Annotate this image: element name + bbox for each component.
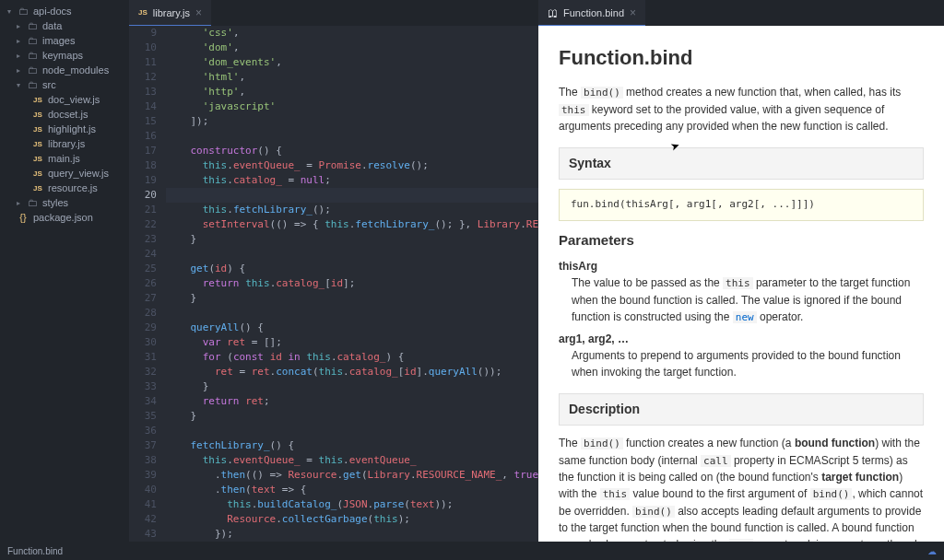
tree-file-doc_view-js[interactable]: JSdoc_view.js xyxy=(0,92,129,107)
tree-file-label: highlight.js xyxy=(48,123,96,134)
param-args-name: arg1, arg2, … xyxy=(559,331,924,347)
code-content[interactable]: 'css', 'dom', 'dom_events', 'html', 'htt… xyxy=(166,26,538,542)
chevron-down-icon: ▾ xyxy=(17,81,26,89)
doc-pane: 🕮 Function.bind × Function.bind The bind… xyxy=(538,0,944,542)
tree-folder-node_modules[interactable]: ▸🗀node_modules xyxy=(0,63,129,77)
syntax-box: fun.bind(thisArg[, arg1[, arg2[, ...]]]) xyxy=(559,189,924,221)
tree-file-label: doc_view.js xyxy=(48,94,100,105)
tree-file-label: query_view.js xyxy=(48,168,109,179)
status-left: Function.bind xyxy=(7,546,63,556)
folder-icon: 🗀 xyxy=(26,20,39,31)
chevron-right-icon: ▸ xyxy=(17,37,26,45)
tab-label: library.js xyxy=(153,7,190,18)
chevron-right-icon: ▸ xyxy=(17,66,26,75)
tree-file-query_view-js[interactable]: JSquery_view.js xyxy=(0,166,129,181)
param-args-desc: Arguments to prepend to arguments provid… xyxy=(559,347,924,380)
tab-function-bind[interactable]: 🕮 Function.bind × xyxy=(538,0,645,26)
description-text: The bind() function creates a new functi… xyxy=(559,435,924,542)
tree-folder-label: styles xyxy=(42,197,68,208)
tree-folder-src[interactable]: ▾🗀src xyxy=(0,77,129,92)
js-file-icon: JS xyxy=(31,96,44,104)
tree-folder-styles[interactable]: ▸🗀styles xyxy=(0,195,129,210)
js-file-icon: JS xyxy=(31,184,44,192)
tree-file-docset-js[interactable]: JSdocset.js xyxy=(0,107,129,122)
doc-file-icon: 🕮 xyxy=(548,7,558,18)
chevron-right-icon: ▸ xyxy=(17,199,26,207)
tree-file-highlight-js[interactable]: JShighlight.js xyxy=(0,122,129,136)
chevron-down-icon: ▾ xyxy=(7,7,17,16)
folder-icon: 🗀 xyxy=(17,6,30,17)
doc-body[interactable]: Function.bind The bind() method creates … xyxy=(538,26,944,542)
folder-icon: 🗀 xyxy=(26,50,39,61)
code-area[interactable]: 9101112131415161718192021222324252627282… xyxy=(129,26,538,542)
folder-icon: 🗀 xyxy=(26,64,39,76)
tree-file-label: library.js xyxy=(48,138,85,149)
syntax-heading: Syntax xyxy=(559,147,924,180)
js-file-icon: JS xyxy=(31,140,44,148)
tree-root[interactable]: ▾ 🗀 api-docs xyxy=(0,4,129,18)
js-file-icon: JS xyxy=(31,155,44,163)
status-right-icon[interactable]: ☁ xyxy=(927,546,937,556)
js-file-icon: JS xyxy=(31,169,44,178)
tree-folder-keymaps[interactable]: ▸🗀keymaps xyxy=(0,48,129,63)
tree-root-label: api-docs xyxy=(33,6,72,17)
editor-tabbar: JS library.js × xyxy=(129,0,538,26)
tree-folder-label: data xyxy=(42,20,62,31)
param-thisarg-desc: The value to be passed as the this param… xyxy=(559,274,924,325)
doc-intro: The bind() method creates a new function… xyxy=(559,84,924,134)
tree-file-label: resource.js xyxy=(48,182,98,193)
folder-icon: 🗀 xyxy=(26,79,39,90)
doc-title: Function.bind xyxy=(559,42,924,73)
tree-folder-data[interactable]: ▸🗀data xyxy=(0,18,129,33)
editor-pane: JS library.js × 910111213141516171819202… xyxy=(129,0,538,542)
folder-icon: 🗀 xyxy=(26,197,39,208)
tree-file-resource-js[interactable]: JSresource.js xyxy=(0,181,129,195)
param-thisarg-name: thisArg xyxy=(559,258,924,274)
tree-folder-label: node_modules xyxy=(42,64,109,76)
tree-folder-label: keymaps xyxy=(42,50,83,61)
chevron-right-icon: ▸ xyxy=(17,52,26,60)
tree-file-label: main.js xyxy=(48,153,80,164)
doc-tab-label: Function.bind xyxy=(563,7,624,18)
tree-folder-images[interactable]: ▸🗀images xyxy=(0,33,129,48)
tree-folder-label: src xyxy=(42,79,56,90)
status-bar: Function.bind ☁ xyxy=(0,542,944,560)
tree-file-library-js[interactable]: JSlibrary.js xyxy=(0,136,129,151)
tab-library-js[interactable]: JS library.js × xyxy=(129,0,211,26)
file-tree: ▾ 🗀 api-docs ▸🗀data▸🗀images▸🗀keymaps▸🗀no… xyxy=(0,0,129,542)
chevron-right-icon: ▸ xyxy=(17,22,26,30)
params-heading: Parameters xyxy=(559,230,924,251)
close-icon[interactable]: × xyxy=(195,6,202,19)
folder-icon: 🗀 xyxy=(26,35,39,46)
close-icon[interactable]: × xyxy=(630,6,636,19)
tree-file-package-json[interactable]: {}package.json xyxy=(0,210,129,225)
json-file-icon: {} xyxy=(17,212,30,223)
tree-file-label: docset.js xyxy=(48,109,88,120)
description-heading: Description xyxy=(559,393,924,426)
doc-tabbar: 🕮 Function.bind × xyxy=(538,0,944,26)
js-file-icon: JS xyxy=(31,111,44,119)
tree-file-label: package.json xyxy=(33,212,93,223)
js-file-icon: JS xyxy=(31,125,44,134)
js-file-icon: JS xyxy=(138,8,148,17)
tree-file-main-js[interactable]: JSmain.js xyxy=(0,151,129,166)
tree-folder-label: images xyxy=(42,35,75,46)
line-gutter: 9101112131415161718192021222324252627282… xyxy=(129,26,166,542)
